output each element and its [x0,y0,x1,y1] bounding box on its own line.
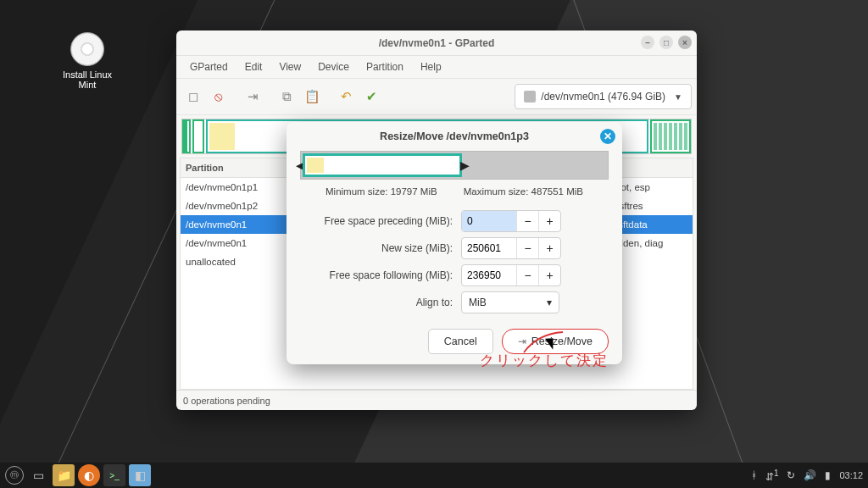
align-select[interactable]: MiB ▾ [461,291,559,313]
window-close-button[interactable]: × [678,36,692,49]
resize-move-icon[interactable]: ⇥ [241,85,264,108]
col-partition[interactable]: Partition [181,158,282,177]
paste-icon[interactable]: 📋 [300,85,324,108]
volume-icon[interactable]: 🔊 [804,469,816,481]
chevron-down-icon: ▾ [547,297,552,308]
device-selector-label: /dev/nvme0n1 (476.94 GiB) [541,91,665,103]
graph-seg-p4[interactable] [650,119,691,153]
max-size-label: Maximum size: 487551 MiB [464,186,583,197]
desktop-icon-install[interactable]: Install Linux Mint [54,32,120,90]
status-text: 0 operations pending [183,396,270,406]
menu-partition[interactable]: Partition [359,59,410,75]
graph-seg-p2[interactable] [192,119,204,153]
preceding-input[interactable] [462,211,516,231]
chevron-down-icon: ▼ [674,92,682,102]
device-selector[interactable]: /dev/nvme0n1 (476.94 GiB) ▼ [515,84,692,109]
newsize-label: New size (MiB): [300,242,461,254]
newsize-input[interactable] [462,238,516,258]
system-tray: ᚼ ⇵1 ↻ 🔊 ▮ 03:12 [751,469,863,483]
newsize-plus-button[interactable]: + [538,238,560,258]
new-partition-icon[interactable]: ◻ [181,85,205,108]
network-icon[interactable]: ⇵1 [765,469,779,483]
following-label: Free space following (MiB): [300,269,461,281]
slider-right-handle[interactable]: ▶ [460,158,470,172]
bluetooth-icon[interactable]: ᚼ [751,469,757,481]
window-maximize-button[interactable]: □ [659,36,673,49]
graph-seg-p1[interactable] [182,119,191,153]
toolbar: ◻ ⦸ ⇥ ⧉ 📋 ↶ ✔ /dev/nvme0n1 (476.94 GiB) … [176,78,697,115]
window-titlebar[interactable]: /dev/nvme0n1 - GParted – □ × [176,30,697,56]
following-minus-button[interactable]: − [516,265,538,286]
annotation: クリックして決定 [480,351,609,370]
following-input[interactable] [462,265,516,286]
menu-gparted[interactable]: GParted [183,59,235,75]
annotation-arrow-icon [520,330,571,356]
desktop-icon-label: Install Linux Mint [54,69,120,90]
menu-view[interactable]: View [272,59,308,75]
menu-device[interactable]: Device [311,59,356,75]
terminal-button[interactable]: >_ [103,464,125,486]
firefox-button[interactable]: ◐ [78,464,100,486]
menu-edit[interactable]: Edit [238,59,270,75]
mint-menu-button[interactable]: ⓜ [5,466,24,485]
taskbar: ⓜ ▭ 📁 ◐ >_ ◧ ᚼ ⇵1 ↻ 🔊 ▮ 03:12 [0,463,868,488]
min-size-label: Minimum size: 19797 MiB [326,186,437,197]
drive-icon [524,91,536,103]
show-desktop-button[interactable]: ▭ [27,464,49,486]
resize-slider[interactable]: ◀ ▶ [300,151,609,180]
align-value: MiB [469,297,487,308]
preceding-plus-button[interactable]: + [538,211,560,231]
dialog-title: Resize/Move /dev/nvme0n1p3 [380,130,529,142]
delete-partition-icon[interactable]: ⦸ [207,85,231,108]
mint-logo-icon: ⓜ [10,469,19,481]
clock[interactable]: 03:12 [839,470,863,480]
slider-block[interactable] [303,153,462,177]
align-label: Align to: [300,297,461,308]
following-plus-button[interactable]: + [538,265,560,286]
apply-icon[interactable]: ✔ [359,85,383,108]
files-button[interactable]: 📁 [53,464,75,486]
window-minimize-button[interactable]: – [641,36,654,49]
disc-icon [70,32,104,66]
status-bar: 0 operations pending [176,390,697,410]
dialog-titlebar[interactable]: Resize/Move /dev/nvme0n1p3 ✕ [287,122,622,151]
copy-icon[interactable]: ⧉ [275,85,298,108]
preceding-label: Free space preceding (MiB): [300,215,461,227]
updates-icon[interactable]: ↻ [787,469,795,481]
dialog-close-button[interactable]: ✕ [600,129,615,144]
preceding-minus-button[interactable]: − [516,211,538,231]
gparted-task-button[interactable]: ◧ [129,464,151,486]
window-title: /dev/nvme0n1 - GParted [379,37,495,49]
menu-help[interactable]: Help [414,59,448,75]
newsize-minus-button[interactable]: − [516,238,538,258]
undo-icon[interactable]: ↶ [334,85,358,108]
resize-dialog: Resize/Move /dev/nvme0n1p3 ✕ ◀ ▶ Minimum… [287,122,622,364]
menubar: GParted Edit View Device Partition Help [176,56,697,78]
battery-icon[interactable]: ▮ [825,469,831,481]
